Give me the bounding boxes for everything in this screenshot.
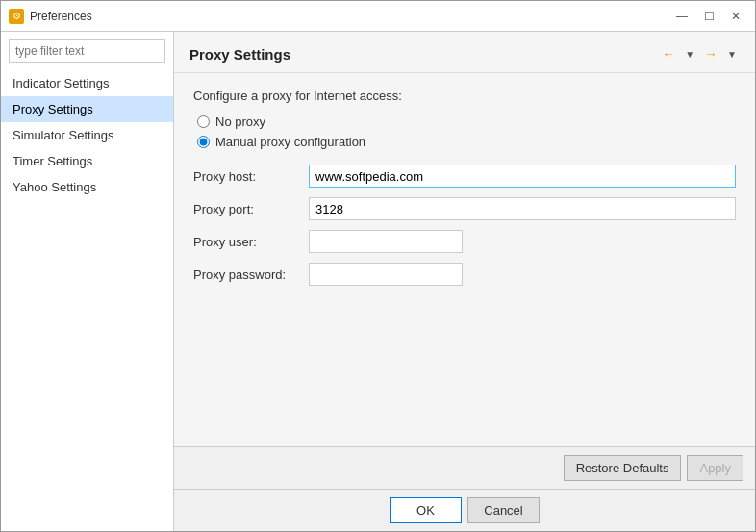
title-bar: ⚙ Preferences — ☐ ✕ (1, 1, 755, 32)
no-proxy-option[interactable]: No proxy (197, 114, 736, 129)
sidebar-item-simulator[interactable]: Simulator Settings (1, 122, 173, 148)
proxy-user-label: Proxy user: (193, 235, 309, 249)
sidebar-item-proxy[interactable]: Proxy Settings (1, 96, 173, 122)
page-title: Proxy Settings (189, 46, 290, 63)
manual-proxy-option[interactable]: Manual proxy configuration (197, 135, 736, 149)
content-area: Indicator Settings Proxy Settings Simula… (1, 32, 755, 531)
proxy-password-input[interactable] (309, 263, 463, 286)
no-proxy-label: No proxy (215, 114, 265, 129)
sidebar-item-indicator[interactable]: Indicator Settings (1, 70, 173, 96)
proxy-port-input[interactable] (309, 197, 736, 220)
no-proxy-radio[interactable] (197, 115, 210, 128)
forward-dropdown-button[interactable]: ▼ (724, 46, 740, 63)
close-button[interactable]: ✕ (724, 5, 747, 28)
proxy-user-input[interactable] (309, 230, 463, 253)
bottom-bar: OK Cancel (174, 489, 755, 531)
window-controls: — ☐ ✕ (670, 5, 747, 28)
nav-arrows: ← ▼ → ▼ (657, 43, 740, 64)
preferences-window: ⚙ Preferences — ☐ ✕ Indicator Settings P… (0, 0, 756, 532)
forward-button[interactable]: → (699, 43, 722, 64)
proxy-form: Proxy host: Proxy port: Proxy user: Prox… (193, 165, 736, 286)
sidebar-item-timer[interactable]: Timer Settings (1, 148, 173, 174)
proxy-radio-group: No proxy Manual proxy configuration (197, 114, 736, 149)
search-input[interactable] (9, 39, 165, 63)
footer-bar: Restore Defaults Apply (174, 446, 755, 489)
main-content: Configure a proxy for Internet access: N… (174, 73, 755, 446)
apply-button[interactable]: Apply (687, 455, 743, 481)
sidebar-nav: Indicator Settings Proxy Settings Simula… (1, 70, 173, 200)
app-icon: ⚙ (9, 9, 24, 24)
manual-proxy-radio[interactable] (197, 136, 210, 148)
proxy-port-label: Proxy port: (193, 202, 309, 216)
cancel-button[interactable]: Cancel (467, 497, 540, 523)
main-panel: Proxy Settings ← ▼ → ▼ Configure a proxy… (174, 32, 755, 531)
maximize-button[interactable]: ☐ (697, 5, 720, 28)
ok-button[interactable]: OK (390, 497, 462, 523)
sidebar: Indicator Settings Proxy Settings Simula… (1, 32, 174, 531)
back-button[interactable]: ← (657, 43, 680, 64)
window-title: Preferences (30, 10, 670, 23)
sidebar-item-yahoo[interactable]: Yahoo Settings (1, 174, 173, 200)
restore-defaults-button[interactable]: Restore Defaults (564, 455, 682, 481)
proxy-host-label: Proxy host: (193, 169, 309, 184)
proxy-host-input[interactable] (309, 165, 736, 188)
minimize-button[interactable]: — (670, 5, 693, 28)
back-dropdown-button[interactable]: ▼ (682, 46, 697, 63)
configure-label: Configure a proxy for Internet access: (193, 89, 736, 103)
manual-proxy-label: Manual proxy configuration (215, 135, 365, 149)
proxy-password-label: Proxy password: (193, 267, 309, 282)
main-header: Proxy Settings ← ▼ → ▼ (174, 32, 755, 73)
